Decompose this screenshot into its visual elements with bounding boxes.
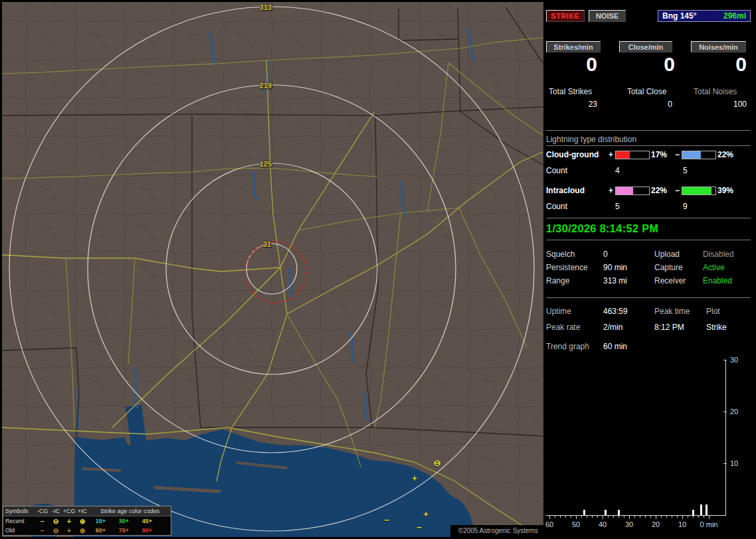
age-code-90: 90+ [136,527,159,534]
peak-time-value: 8:12 PM [654,323,684,332]
x-tick [581,516,582,518]
strike-symbol-negic: ⊖ [434,458,441,468]
strikes-per-min-button[interactable]: Strikes/min [546,41,601,52]
x-tick [555,516,555,518]
ic-minus-pct: 39% [717,186,733,195]
strikes-per-min-value: 0 [546,53,597,76]
close-per-min-value: 0 [619,53,675,76]
age-code-75: 75+ [112,527,136,534]
plus-sign: + [609,150,613,159]
x-tick [704,516,704,518]
x-tick [661,516,662,518]
trend-bar [583,510,585,515]
peak-rate-value: 2/min [603,323,622,332]
x-tick [650,516,651,518]
noises-per-min-button[interactable]: Noises/min [691,41,746,52]
x-tick-label: 20 [652,520,660,528]
pos-ic-old-icon: ⊕ [76,527,89,534]
legend-col-neg-cg: -CG [36,508,49,514]
distribution-title: Lightning type distribution [546,135,636,144]
legend-old-row: Old − ⊖ + ⊕ 60+ 75+ 90+ [3,526,171,535]
status-panel: STRIKE NOISE Bng 145° 296mi Strikes/min … [546,0,756,539]
trend-bar [692,510,694,515]
x-tick [656,516,656,519]
trend-bar [618,510,620,515]
x-tick [592,516,593,518]
x-tick-label: 30 [625,520,633,528]
cg-plus-bar [615,151,650,159]
uptime-label: Uptime [546,307,571,316]
persistence-label: Persistence [546,263,588,272]
separator [546,145,751,146]
x-tick-label: 60 [545,520,553,528]
chart-y-axis [725,360,726,515]
x-tick-label: 40 [599,520,607,528]
x-tick [677,516,678,518]
ic-minus-bar-fill [682,187,711,194]
x-tick [560,516,561,518]
upload-value: Disabled [703,250,734,259]
lightning-map[interactable]: 313 219 125 31 Symbols -CG -IC +CG +IC S… [2,2,543,537]
cg-minus-bar [682,151,716,159]
minus-sign: − [675,186,680,195]
ring-label-219: 219 [260,82,272,90]
x-tick [613,516,614,518]
ic-plus-bar [615,187,650,195]
legend-age-header: Strike age color codes [89,508,171,514]
x-tick [688,516,688,518]
legend-recent-row: Recent − ⊖ + ⊕ 15+ 30+ 45+ [3,516,171,526]
separator [546,130,751,131]
x-tick [645,516,646,518]
noises-per-min-value: 0 [691,53,747,76]
cg-plus-bar-fill [616,151,630,159]
trend-graph-chart: 0 min102030405060302010 [546,357,756,536]
cloud-ground-label: Cloud-ground [546,150,599,159]
close-per-min-button[interactable]: Close/min [619,41,672,52]
age-code-45: 45+ [136,518,159,524]
separator [546,218,751,218]
uptime-value: 463:59 [603,307,628,316]
range-value: 313 mi [603,276,627,285]
pos-cg-recent-icon: + [62,518,76,525]
x-tick [597,516,598,518]
legend-col-pos-ic: +IC [76,508,89,514]
legend-old-label: Old [3,527,36,534]
cg-minus-pct: 22% [717,150,733,159]
y-tick [723,412,727,412]
cg-minus-bar-fill [682,151,701,159]
x-tick-label: 0 min [700,520,718,528]
trend-bar [706,504,708,515]
x-tick [587,516,587,518]
total-strikes-value: 23 [546,100,597,109]
total-close-label: Total Close [627,87,666,96]
pos-cg-old-icon: + [62,527,76,534]
legend-col-pos-cg: +CG [62,508,76,514]
ic-count-label: Count [546,202,567,211]
x-tick [576,516,577,519]
ic-plus-pct: 22% [651,186,667,195]
bearing-range-value: 296mi [723,11,746,21]
ic-plus-bar-fill [616,187,633,194]
cg-count-label: Count [546,166,567,175]
squelch-label: Squelch [546,250,575,259]
trend-graph-label: Trend graph [546,342,589,351]
strike-mode-button[interactable]: STRIKE [546,10,585,22]
x-tick [618,516,619,518]
persistence-value: 90 min [603,263,627,272]
total-noises-value: 100 [691,100,747,109]
intracloud-label: Intracloud [546,186,585,195]
map-overlay: 313 219 125 31 Symbols -CG -IC +CG +IC S… [2,2,543,537]
peak-time-label: Peak time [654,307,690,316]
plot-label: Plot [706,307,720,316]
x-tick [571,516,571,518]
trend-bar [605,510,607,515]
strike-symbol-poscg: + [412,473,417,483]
noise-mode-button[interactable]: NOISE [589,10,626,22]
capture-label: Capture [654,263,683,272]
y-tick-label: 10 [730,459,738,467]
x-tick [608,516,609,518]
strike-symbol-poscg: + [423,509,428,519]
cg-plus-pct: 17% [651,150,667,159]
plus-sign: + [609,186,613,195]
ic-plus-count: 5 [615,202,620,211]
